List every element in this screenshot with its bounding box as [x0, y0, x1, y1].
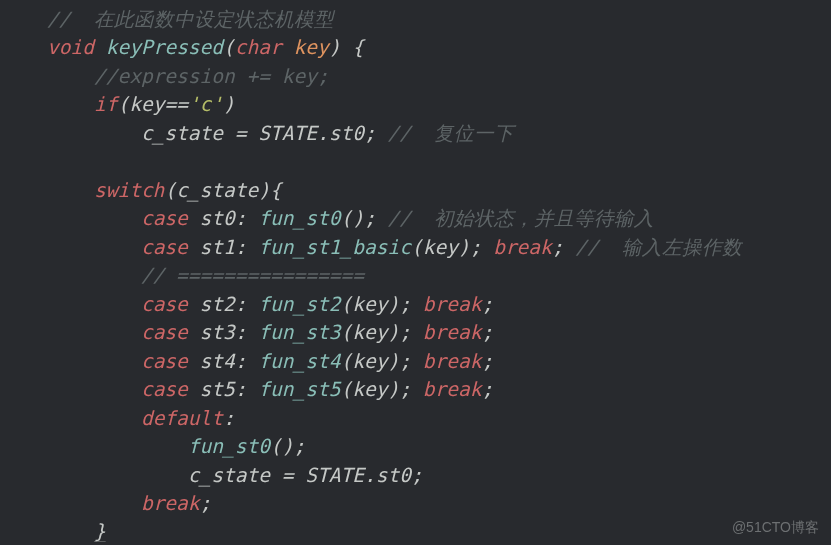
code-line: void keyPressed(char key) { [0, 36, 364, 59]
code-line: break; [0, 492, 211, 515]
code-line: case st3: fun_st3(key); break; [0, 321, 493, 344]
code-line: // ================ [0, 264, 364, 287]
code-line: } [0, 520, 106, 543]
code-line: // 在此函数中设定状态机模型 [0, 8, 334, 31]
code-line: fun_st0(); [0, 435, 305, 458]
code-line: c_state = STATE.st0; [0, 464, 423, 487]
code-line: case st2: fun_st2(key); break; [0, 293, 493, 316]
code-line: if(key=='c') [0, 93, 235, 116]
code-line: c_state = STATE.st0; // 复位一下 [0, 122, 514, 145]
code-line: case st0: fun_st0(); // 初始状态，并且等待输入 [0, 207, 654, 230]
code-line: case st1: fun_st1_basic(key); break; // … [0, 236, 742, 259]
code-line: //expression += key; [0, 65, 329, 88]
watermark: @51CTO博客 [732, 519, 819, 537]
code-line: switch(c_state){ [0, 179, 282, 202]
code-line: default: [0, 407, 235, 430]
code-line: case st4: fun_st4(key); break; [0, 350, 493, 373]
code-line: case st5: fun_st5(key); break; [0, 378, 493, 401]
code-block: // 在此函数中设定状态机模型 void keyPressed(char key… [0, 0, 831, 545]
